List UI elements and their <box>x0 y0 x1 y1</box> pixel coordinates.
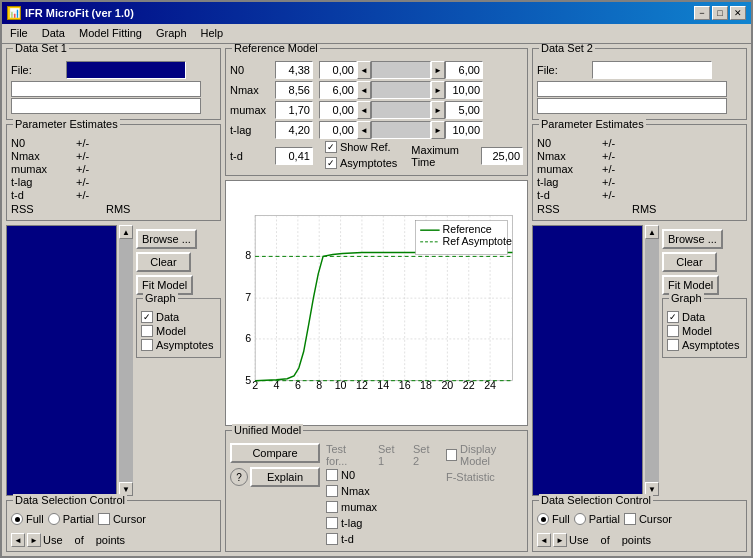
cursor-checkbox-right[interactable] <box>624 513 636 525</box>
ref-tlag-right-arrow[interactable]: ► <box>431 121 445 139</box>
ref-mumax-left-arrow[interactable]: ◄ <box>357 101 371 119</box>
svg-text:14: 14 <box>377 379 389 391</box>
use-right-btn[interactable]: ► <box>27 533 41 547</box>
ref-nmax-slider-area: ◄ ► <box>319 81 483 99</box>
ref-n0-min[interactable] <box>319 61 357 79</box>
ref-n0-value[interactable] <box>275 61 313 79</box>
dataset2-file-input[interactable] <box>592 61 712 79</box>
svg-text:8: 8 <box>245 249 251 261</box>
svg-text:4: 4 <box>274 379 280 391</box>
use-right-left-btn[interactable]: ◄ <box>537 533 551 547</box>
unified-tlag-checkbox[interactable] <box>326 517 338 529</box>
ref-tlag-left-arrow[interactable]: ◄ <box>357 121 371 139</box>
menu-file[interactable]: File <box>4 26 34 41</box>
param-mumax-right-sep: +/- <box>602 163 615 175</box>
rss-right-label: RSS <box>537 203 602 215</box>
close-button[interactable]: ✕ <box>730 6 746 20</box>
unified-nmax-checkbox[interactable] <box>326 485 338 497</box>
ref-mumax-right-arrow[interactable]: ► <box>431 101 445 119</box>
graph-data-left-checkbox[interactable]: ✓ <box>141 311 153 323</box>
param-n0-right-sep: +/- <box>602 137 615 149</box>
ref-nmax-value[interactable] <box>275 81 313 99</box>
ref-mumax-max[interactable] <box>445 101 483 119</box>
graph-asymptotes-right-checkbox[interactable] <box>667 339 679 351</box>
menu-data[interactable]: Data <box>36 26 71 41</box>
max-time-input[interactable] <box>481 147 523 165</box>
graph-data-right-checkbox[interactable]: ✓ <box>667 311 679 323</box>
unified-nmax-label: Nmax <box>341 485 370 497</box>
menu-model-fitting[interactable]: Model Fitting <box>73 26 148 41</box>
data-selection-right-group: Data Selection Control Full Partial Curs… <box>532 500 747 552</box>
max-time-area: Maximum Time <box>411 144 523 168</box>
buttons-right: Browse ... Clear Fit Model Graph ✓ Data <box>662 225 747 496</box>
param-mumax-right-label: mumax <box>537 163 602 175</box>
ref-nmax-left-arrow[interactable]: ◄ <box>357 81 371 99</box>
list-buttons-right: ▲ ▼ Browse ... Clear Fit Model Graph <box>532 225 747 496</box>
graph-model-left-checkbox[interactable] <box>141 325 153 337</box>
asymptotes-checkbox[interactable]: ✓ <box>325 157 337 169</box>
partial-radio-left-row: Partial <box>48 513 94 525</box>
param-nmax-right-sep: +/- <box>602 150 615 162</box>
browse-button-right[interactable]: Browse ... <box>662 229 723 249</box>
menu-help[interactable]: Help <box>195 26 230 41</box>
use-right-right-btn[interactable]: ► <box>553 533 567 547</box>
unified-model-content: Compare ? Explain Test for... Set 1 Set … <box>230 443 523 547</box>
show-ref-checkbox[interactable]: ✓ <box>325 141 337 153</box>
set1-label: Set 1 <box>378 443 401 467</box>
ref-checkboxes: ✓ Show Ref. ✓ Asymptotes <box>325 141 397 171</box>
ref-nmax-right-arrow[interactable]: ► <box>431 81 445 99</box>
ref-mumax-min[interactable] <box>319 101 357 119</box>
ref-n0-slider-area: ◄ ► <box>319 61 483 79</box>
ref-n0-max[interactable] <box>445 61 483 79</box>
partial-radio-left[interactable] <box>48 513 60 525</box>
unified-n0-checkbox[interactable] <box>326 469 338 481</box>
ref-tlag-min[interactable] <box>319 121 357 139</box>
set2-label: Set 2 <box>413 443 436 467</box>
unified-td-checkbox[interactable] <box>326 533 338 545</box>
full-label-left: Full <box>26 513 44 525</box>
svg-text:6: 6 <box>295 379 301 391</box>
minimize-button[interactable]: − <box>694 6 710 20</box>
param-td-left: t-d +/- <box>11 189 216 201</box>
ref-td-label: t-d <box>230 150 269 162</box>
points-label-right: points <box>622 534 651 546</box>
list-boxes-right: ▲ ▼ <box>532 225 659 496</box>
of-label-left: of <box>75 534 84 546</box>
scroll-up-left[interactable]: ▲ <box>119 225 133 239</box>
ref-mumax-value[interactable] <box>275 101 313 119</box>
browse-button-left[interactable]: Browse ... <box>136 229 197 249</box>
ref-n0-right-arrow[interactable]: ► <box>431 61 445 79</box>
reference-model-title: Reference Model <box>232 44 320 54</box>
explain-button[interactable]: Explain <box>250 467 320 487</box>
dataset1-file-input[interactable] <box>66 61 186 79</box>
full-radio-left[interactable] <box>11 513 23 525</box>
maximize-button[interactable]: □ <box>712 6 728 20</box>
cursor-checkbox-left[interactable] <box>98 513 110 525</box>
clear-button-right[interactable]: Clear <box>662 252 717 272</box>
param-n0-left-label: N0 <box>11 137 76 149</box>
menu-graph[interactable]: Graph <box>150 26 193 41</box>
asymptotes-row: ✓ Asymptotes <box>325 157 397 169</box>
ref-td-value[interactable] <box>275 147 313 165</box>
graph-model-right-checkbox[interactable] <box>667 325 679 337</box>
partial-radio-right[interactable] <box>574 513 586 525</box>
graph-data-left-label: Data <box>156 311 179 323</box>
graph-asymptotes-left-checkbox[interactable] <box>141 339 153 351</box>
ref-nmax-max[interactable] <box>445 81 483 99</box>
scroll-up-right[interactable]: ▲ <box>645 225 659 239</box>
compare-button[interactable]: Compare <box>230 443 320 463</box>
ref-tlag-value[interactable] <box>275 121 313 139</box>
param-mumax-left: mumax +/- <box>11 163 216 175</box>
display-model-checkbox[interactable] <box>446 449 457 461</box>
clear-button-left[interactable]: Clear <box>136 252 191 272</box>
svg-text:5: 5 <box>245 374 251 386</box>
param-tlag-right-label: t-lag <box>537 176 602 188</box>
ref-n0-left-arrow[interactable]: ◄ <box>357 61 371 79</box>
unified-mumax-checkbox[interactable] <box>326 501 338 513</box>
unified-mumax-row: mumax <box>326 501 436 513</box>
graph-data-left-row: ✓ Data <box>141 311 216 323</box>
ref-nmax-min[interactable] <box>319 81 357 99</box>
full-radio-right[interactable] <box>537 513 549 525</box>
use-left-btn[interactable]: ◄ <box>11 533 25 547</box>
ref-tlag-max[interactable] <box>445 121 483 139</box>
